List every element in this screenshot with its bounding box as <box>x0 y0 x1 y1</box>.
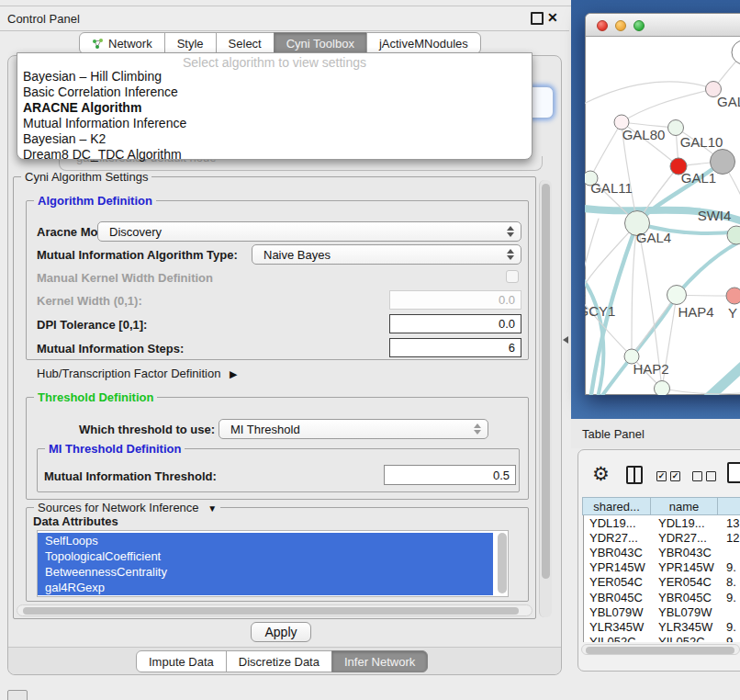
settings-horizontal-scrollbar <box>17 604 533 616</box>
tab-label: Style <box>177 37 204 51</box>
network-edge[interactable] <box>599 239 740 395</box>
control-panel-tabs: Network Style Select Cyni Toolbox jActiv… <box>79 32 481 54</box>
column-header-extra[interactable] <box>717 497 740 515</box>
algorithm-option[interactable]: Bayesian – K2 <box>17 131 532 147</box>
network-edge[interactable] <box>585 223 637 296</box>
network-canvas[interactable]: GALGAL80GAL10GAL1GAL11GAL4SWI4GCY1HAP4YH… <box>585 35 740 395</box>
expand-arrow-icon: ▶ <box>230 368 237 379</box>
tab-label: Network <box>108 37 152 51</box>
group-title: Threshold Definition <box>34 390 157 404</box>
attributes-vertical-scrollbar <box>497 532 508 595</box>
tab-impute-data[interactable]: Impute Data <box>136 650 227 672</box>
which-threshold-combo[interactable]: MI Threshold <box>219 419 488 439</box>
settings-hscroll-thumb[interactable] <box>23 607 519 615</box>
deselect-all-icon[interactable] <box>692 471 716 481</box>
select-all-icon[interactable]: ✓ ✓ <box>656 471 680 481</box>
manual-kernel-checkbox[interactable] <box>506 270 519 283</box>
data-attribute-item[interactable]: BetweennessCentrality <box>38 564 493 580</box>
hub-definition-expander[interactable]: Hub/Transcription Factor Definition ▶ <box>37 367 237 380</box>
network-edge[interactable] <box>590 122 622 178</box>
network-node-gcy1[interactable] <box>585 288 586 304</box>
algorithm-option[interactable]: Mutual Information Inference <box>17 116 532 131</box>
tab-infer-network[interactable]: Infer Network <box>331 650 428 672</box>
apply-button[interactable]: Apply <box>251 622 311 642</box>
data-attribute-item[interactable]: SelfLoops <box>38 533 493 548</box>
window-minimize-button[interactable] <box>615 20 626 31</box>
table-row[interactable]: YBR043CYBR043C <box>584 545 740 559</box>
mi-threshold-input[interactable] <box>384 465 516 485</box>
attributes-vscroll-thumb[interactable] <box>498 533 507 593</box>
manual-kernel-label: Manual Kernel Width Definition <box>37 271 213 285</box>
bottom-divider <box>8 647 561 648</box>
float-panel-icon[interactable] <box>531 12 544 25</box>
tab-style[interactable]: Style <box>164 32 217 54</box>
aracne-mode-combo[interactable]: Discovery <box>97 221 521 242</box>
control-panel-title: Control Panel <box>0 12 80 26</box>
network-edge[interactable] <box>662 389 740 394</box>
network-edge[interactable] <box>622 89 713 122</box>
dpi-tolerance-input[interactable] <box>389 314 521 333</box>
column-header-shared[interactable]: shared... <box>582 497 651 515</box>
table-row[interactable]: YDR27...YDR27...12 <box>584 530 740 545</box>
network-edge[interactable] <box>632 295 677 356</box>
sources-title[interactable]: Sources for Network Inference ▼ <box>34 501 220 514</box>
algorithm-option[interactable]: Basic Correlation Inference <box>17 85 532 100</box>
settings-vertical-scrollbar <box>539 180 552 617</box>
document-icon[interactable] <box>727 462 740 483</box>
network-node-swi4[interactable] <box>727 226 740 244</box>
tab-network[interactable]: Network <box>79 32 165 54</box>
table-cell: 8. <box>721 575 740 589</box>
table-row[interactable]: YER054CYER054C8. <box>584 575 740 590</box>
split-columns-icon[interactable] <box>626 466 643 484</box>
table-cell: YBR045C <box>653 591 721 604</box>
mi-steps-label: Mutual Information Steps: <box>37 342 184 356</box>
data-attributes-list[interactable]: SelfLoopsTopologicalCoefficientBetweenne… <box>37 530 509 597</box>
collapsed-panel-button[interactable] <box>7 690 28 700</box>
data-attribute-item[interactable]: TopologicalCoefficient <box>38 548 493 564</box>
table-row[interactable]: YBL079WYBL079W <box>584 604 740 619</box>
bottom-tabs: Impute Data Discretize Data Infer Networ… <box>136 650 428 672</box>
mi-type-combo[interactable]: Naive Bayes <box>252 244 521 265</box>
network-node-y[interactable] <box>726 288 740 304</box>
tab-select[interactable]: Select <box>216 32 275 54</box>
kernel-width-input[interactable] <box>389 290 521 310</box>
algorithm-option[interactable]: Bayesian – Hill Climbing <box>17 69 532 85</box>
tab-label: Impute Data <box>149 655 214 669</box>
table-header: shared... name <box>583 497 740 515</box>
table-cell: 9. <box>721 635 740 642</box>
tab-label: Infer Network <box>344 655 415 669</box>
table-row[interactable]: YPR145WYPR145W9. <box>584 560 740 575</box>
algorithm-option[interactable]: Dream8 DC_TDC Algorithm <box>17 147 532 163</box>
column-header-name[interactable]: name <box>650 497 718 515</box>
window-zoom-button[interactable] <box>633 20 645 31</box>
group-title: MI Threshold Definition <box>45 442 185 456</box>
table-row[interactable]: YIL052CYIL052C9. <box>584 635 740 643</box>
table-row[interactable]: YDL19...YDL19...13 <box>584 515 740 530</box>
tab-cyni-toolbox[interactable]: Cyni Toolbox <box>274 32 367 54</box>
network-node[interactable] <box>732 40 740 64</box>
control-panel-titlebar: Control Panel <box>0 6 569 31</box>
data-attribute-item[interactable]: gal4RGexp <box>38 580 493 595</box>
table-row[interactable]: YLR345WYLR345W9. <box>584 619 740 634</box>
table-row[interactable]: YBR045CYBR045C9. <box>584 590 740 604</box>
table-cell: YBL079W <box>653 605 721 619</box>
tab-discretize-data[interactable]: Discretize Data <box>226 650 332 672</box>
tab-label: Cyni Toolbox <box>286 37 354 51</box>
network-node[interactable] <box>655 381 670 396</box>
settings-vscroll-thumb[interactable] <box>542 184 550 579</box>
network-node-hap4[interactable] <box>667 286 687 305</box>
window-close-button[interactable] <box>597 20 608 31</box>
network-node-label: GAL80 <box>622 127 666 142</box>
network-window-titlebar[interactable] <box>586 14 740 37</box>
network-node-label: GAL11 <box>590 180 633 196</box>
tab-jactivemnodules[interactable]: jActiveMNodules <box>366 32 481 54</box>
algorithm-option[interactable]: ARACNE Algorithm <box>17 100 532 116</box>
table-cell: YDR27... <box>584 531 653 545</box>
panel-resize-arrow-icon[interactable] <box>563 336 568 344</box>
mi-steps-input[interactable] <box>389 338 521 357</box>
close-panel-icon[interactable]: ✕ <box>547 10 558 25</box>
network-node-gal10[interactable] <box>668 120 684 136</box>
table-hscroll-thumb[interactable] <box>586 647 734 654</box>
network-edge[interactable] <box>703 364 740 395</box>
gear-icon[interactable]: ⚙ <box>592 463 610 485</box>
